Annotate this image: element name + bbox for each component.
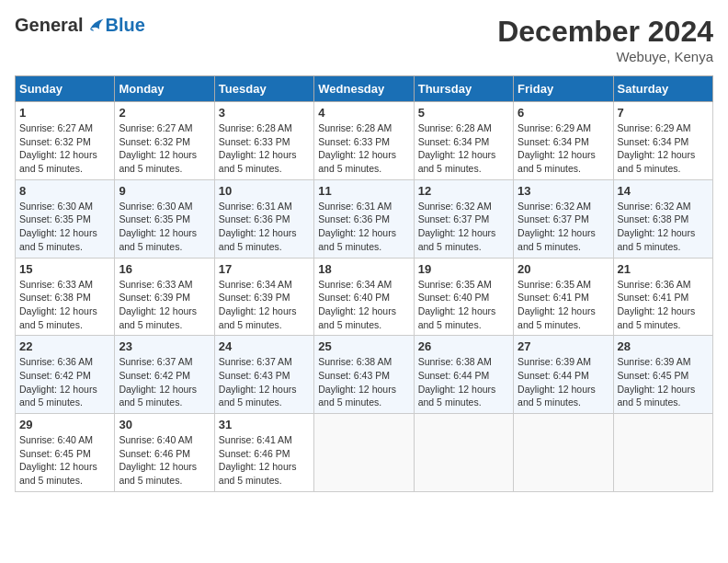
calendar-day-cell: 14 Sunrise: 6:32 AM Sunset: 6:38 PM Dayl… — [613, 179, 712, 258]
calendar-day-cell: 8 Sunrise: 6:30 AM Sunset: 6:35 PM Dayli… — [16, 179, 115, 258]
day-number: 13 — [518, 184, 609, 198]
day-info: Sunrise: 6:28 AM Sunset: 6:33 PM Dayligh… — [219, 121, 310, 176]
day-number: 7 — [618, 106, 709, 120]
calendar-day-cell: 28 Sunrise: 6:39 AM Sunset: 6:45 PM Dayl… — [613, 336, 712, 414]
day-of-week-header: Sunday — [16, 76, 115, 102]
day-number: 4 — [318, 106, 409, 120]
calendar-day-cell: 25 Sunrise: 6:38 AM Sunset: 6:43 PM Dayl… — [314, 336, 414, 414]
calendar-day-cell: 13 Sunrise: 6:32 AM Sunset: 6:37 PM Dayl… — [514, 179, 613, 258]
day-number: 10 — [219, 184, 310, 198]
day-of-week-header: Saturday — [613, 76, 712, 102]
day-info: Sunrise: 6:35 AM Sunset: 6:41 PM Dayligh… — [518, 278, 609, 332]
day-number: 19 — [418, 262, 509, 276]
day-info: Sunrise: 6:35 AM Sunset: 6:40 PM Dayligh… — [418, 278, 509, 332]
calendar-day-cell: 16 Sunrise: 6:33 AM Sunset: 6:39 PM Dayl… — [115, 258, 214, 336]
logo-bird-icon — [85, 16, 105, 36]
day-info: Sunrise: 6:31 AM Sunset: 6:36 PM Dayligh… — [318, 200, 409, 254]
calendar-week-row: 1 Sunrise: 6:27 AM Sunset: 6:32 PM Dayli… — [16, 102, 713, 180]
day-number: 5 — [418, 106, 509, 120]
day-number: 30 — [119, 418, 210, 431]
day-info: Sunrise: 6:40 AM Sunset: 6:45 PM Dayligh… — [19, 433, 110, 488]
day-number: 17 — [219, 262, 310, 276]
calendar-day-cell: 11 Sunrise: 6:31 AM Sunset: 6:36 PM Dayl… — [314, 179, 414, 258]
day-number: 24 — [219, 339, 310, 353]
calendar-day-cell: 26 Sunrise: 6:38 AM Sunset: 6:44 PM Dayl… — [414, 336, 513, 414]
day-info: Sunrise: 6:30 AM Sunset: 6:35 PM Dayligh… — [119, 200, 210, 254]
calendar-table: SundayMondayTuesdayWednesdayThursdayFrid… — [15, 75, 713, 492]
day-number: 28 — [618, 339, 709, 353]
page-header: General Blue December 2024 Webuye, Kenya — [15, 15, 713, 64]
day-info: Sunrise: 6:34 AM Sunset: 6:40 PM Dayligh… — [318, 278, 409, 332]
day-number: 31 — [219, 418, 310, 431]
day-info: Sunrise: 6:28 AM Sunset: 6:33 PM Dayligh… — [318, 121, 409, 176]
calendar-day-cell: 30 Sunrise: 6:40 AM Sunset: 6:46 PM Dayl… — [115, 414, 214, 492]
day-info: Sunrise: 6:33 AM Sunset: 6:39 PM Dayligh… — [119, 278, 210, 332]
day-number: 3 — [219, 106, 310, 120]
calendar-day-cell: 19 Sunrise: 6:35 AM Sunset: 6:40 PM Dayl… — [414, 258, 513, 336]
calendar-day-cell: 12 Sunrise: 6:32 AM Sunset: 6:37 PM Dayl… — [414, 179, 513, 258]
day-info: Sunrise: 6:29 AM Sunset: 6:34 PM Dayligh… — [618, 121, 709, 176]
day-number: 27 — [518, 339, 609, 353]
day-number: 29 — [19, 418, 110, 431]
day-number: 8 — [19, 184, 110, 198]
calendar-day-cell: 15 Sunrise: 6:33 AM Sunset: 6:38 PM Dayl… — [16, 258, 115, 336]
calendar-day-cell — [314, 414, 414, 492]
logo: General Blue — [15, 15, 145, 36]
calendar-day-cell: 10 Sunrise: 6:31 AM Sunset: 6:36 PM Dayl… — [214, 179, 313, 258]
day-number: 18 — [318, 262, 409, 276]
calendar-day-cell: 2 Sunrise: 6:27 AM Sunset: 6:32 PM Dayli… — [115, 102, 214, 180]
calendar-day-cell: 24 Sunrise: 6:37 AM Sunset: 6:43 PM Dayl… — [214, 336, 313, 414]
day-info: Sunrise: 6:39 AM Sunset: 6:45 PM Dayligh… — [618, 355, 709, 409]
title-area: December 2024 Webuye, Kenya — [497, 15, 713, 64]
day-info: Sunrise: 6:31 AM Sunset: 6:36 PM Dayligh… — [219, 200, 310, 254]
day-info: Sunrise: 6:27 AM Sunset: 6:32 PM Dayligh… — [19, 121, 110, 176]
day-info: Sunrise: 6:41 AM Sunset: 6:46 PM Dayligh… — [219, 433, 310, 488]
day-info: Sunrise: 6:37 AM Sunset: 6:43 PM Dayligh… — [219, 355, 310, 409]
calendar-day-cell: 22 Sunrise: 6:36 AM Sunset: 6:42 PM Dayl… — [16, 336, 115, 414]
day-info: Sunrise: 6:38 AM Sunset: 6:43 PM Dayligh… — [318, 355, 409, 409]
day-info: Sunrise: 6:27 AM Sunset: 6:32 PM Dayligh… — [119, 121, 210, 176]
calendar-day-cell: 1 Sunrise: 6:27 AM Sunset: 6:32 PM Dayli… — [16, 102, 115, 180]
calendar-day-cell — [414, 414, 513, 492]
day-number: 2 — [119, 106, 210, 120]
location: Webuye, Kenya — [497, 49, 713, 64]
day-info: Sunrise: 6:37 AM Sunset: 6:42 PM Dayligh… — [119, 355, 210, 409]
day-info: Sunrise: 6:38 AM Sunset: 6:44 PM Dayligh… — [418, 355, 509, 409]
day-info: Sunrise: 6:34 AM Sunset: 6:39 PM Dayligh… — [219, 278, 310, 332]
calendar-week-row: 15 Sunrise: 6:33 AM Sunset: 6:38 PM Dayl… — [16, 258, 713, 336]
calendar-day-cell — [613, 414, 712, 492]
day-number: 11 — [318, 184, 409, 198]
day-info: Sunrise: 6:28 AM Sunset: 6:34 PM Dayligh… — [418, 121, 509, 176]
day-number: 6 — [518, 106, 609, 120]
logo-general-text: General — [15, 15, 83, 36]
day-of-week-header: Monday — [115, 76, 214, 102]
day-number: 16 — [119, 262, 210, 276]
day-number: 15 — [19, 262, 110, 276]
day-number: 22 — [19, 339, 110, 353]
calendar-day-cell: 23 Sunrise: 6:37 AM Sunset: 6:42 PM Dayl… — [115, 336, 214, 414]
day-number: 12 — [418, 184, 509, 198]
day-info: Sunrise: 6:33 AM Sunset: 6:38 PM Dayligh… — [19, 278, 110, 332]
day-info: Sunrise: 6:30 AM Sunset: 6:35 PM Dayligh… — [19, 200, 110, 254]
day-of-week-header: Wednesday — [314, 76, 414, 102]
logo-blue-text: Blue — [105, 15, 144, 36]
day-number: 9 — [119, 184, 210, 198]
day-of-week-header: Friday — [514, 76, 613, 102]
calendar-day-cell: 29 Sunrise: 6:40 AM Sunset: 6:45 PM Dayl… — [16, 414, 115, 492]
calendar-day-cell: 31 Sunrise: 6:41 AM Sunset: 6:46 PM Dayl… — [214, 414, 313, 492]
day-info: Sunrise: 6:29 AM Sunset: 6:34 PM Dayligh… — [518, 121, 609, 176]
calendar-day-cell — [514, 414, 613, 492]
calendar-day-cell: 6 Sunrise: 6:29 AM Sunset: 6:34 PM Dayli… — [514, 102, 613, 180]
calendar-day-cell: 18 Sunrise: 6:34 AM Sunset: 6:40 PM Dayl… — [314, 258, 414, 336]
day-info: Sunrise: 6:39 AM Sunset: 6:44 PM Dayligh… — [518, 355, 609, 409]
day-number: 23 — [119, 339, 210, 353]
day-number: 14 — [618, 184, 709, 198]
calendar-week-row: 22 Sunrise: 6:36 AM Sunset: 6:42 PM Dayl… — [16, 336, 713, 414]
calendar-day-cell: 21 Sunrise: 6:36 AM Sunset: 6:41 PM Dayl… — [613, 258, 712, 336]
day-number: 21 — [618, 262, 709, 276]
day-number: 25 — [318, 339, 409, 353]
day-info: Sunrise: 6:36 AM Sunset: 6:42 PM Dayligh… — [19, 355, 110, 409]
calendar-week-row: 8 Sunrise: 6:30 AM Sunset: 6:35 PM Dayli… — [16, 179, 713, 258]
calendar-day-cell: 5 Sunrise: 6:28 AM Sunset: 6:34 PM Dayli… — [414, 102, 513, 180]
day-info: Sunrise: 6:36 AM Sunset: 6:41 PM Dayligh… — [618, 278, 709, 332]
